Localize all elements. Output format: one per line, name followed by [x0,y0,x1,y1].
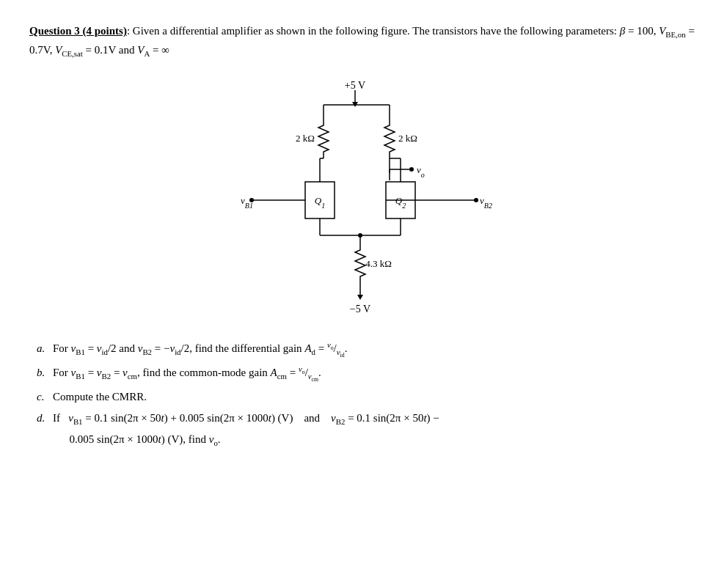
svg-point-6 [409,167,414,172]
part-d-letter: d. [37,408,53,429]
vcc-label: +5 V [344,80,365,91]
svg-point-16 [474,198,478,202]
question-title-underline: Question 3 (4 points) [29,25,127,37]
svg-marker-26 [357,295,363,300]
r2-label: 2 kΩ [398,133,417,144]
circuit-diagram: +5 V 2 kΩ 2 kΩ vo vB1 Q1 [29,74,698,323]
vb2-label: vB2 [480,195,492,210]
r1-label: 2 kΩ [296,133,315,144]
part-a-letter: a. [37,339,53,359]
part-a-content: For vB1 = vid/2 and vB2 = −vid/2, find t… [53,338,698,361]
vee-label: −5 V [349,304,370,315]
question-title: Question 3 (4 points): Given a different… [29,25,695,56]
part-d-content: If vB1 = 0.1 sin(2π × 50t) + 0.005 sin(2… [53,408,698,451]
part-b-letter: b. [37,363,53,383]
vo-label: vo [417,164,425,179]
question-header: Question 3 (4 points): Given a different… [29,22,698,61]
part-c-content: Compute the CMRR. [53,387,698,408]
part-b: b. For vB1 = vB2 = vcm, find the common-… [37,362,698,386]
circuit-svg: +5 V 2 kΩ 2 kΩ vo vB1 Q1 [210,74,518,323]
part-c: c. Compute the CMRR. [37,387,698,408]
part-b-content: For vB1 = vB2 = vcm, find the common-mod… [53,362,698,386]
part-d: d. If vB1 = 0.1 sin(2π × 50t) + 0.005 si… [37,408,698,451]
parts-section: a. For vB1 = vid/2 and vB2 = −vid/2, fin… [37,338,698,452]
ree-label: 4.3 kΩ [365,258,392,269]
part-a: a. For vB1 = vid/2 and vB2 = −vid/2, fin… [37,338,698,361]
part-c-letter: c. [37,387,53,408]
vb1-label: vB1 [241,195,253,210]
